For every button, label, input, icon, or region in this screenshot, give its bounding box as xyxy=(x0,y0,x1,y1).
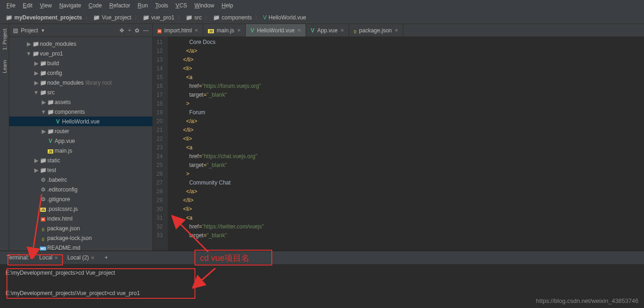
code-line[interactable]: <li> xyxy=(168,135,644,143)
code-line[interactable]: </li> xyxy=(168,196,644,205)
code-line[interactable]: > xyxy=(168,99,644,108)
menu-window[interactable]: Window xyxy=(191,2,218,9)
tree-row[interactable]: Hindex.html xyxy=(9,214,152,223)
code-line[interactable]: </li> xyxy=(168,126,644,135)
breadcrumb-item[interactable]: src xyxy=(184,14,204,21)
tree-row[interactable]: ▶node_modules xyxy=(9,39,152,49)
tree-row[interactable]: JSmain.js xyxy=(9,146,152,155)
tree-row[interactable]: ▶config xyxy=(9,68,152,78)
tree-arrow-icon[interactable]: ▼ xyxy=(33,89,39,96)
menu-code[interactable]: Code xyxy=(85,2,106,9)
code-line[interactable]: Forum xyxy=(168,108,644,117)
terminal-body[interactable]: E:\myDevelopment_projects>cd Vue_project… xyxy=(0,264,644,302)
tree-row[interactable]: VHelloWorld.vue xyxy=(9,117,152,126)
code-line[interactable]: </li> xyxy=(168,55,644,64)
code-line[interactable]: target="_blank" xyxy=(168,161,644,170)
tree-arrow-icon[interactable]: ▶ xyxy=(33,60,39,67)
code-line[interactable]: <a xyxy=(168,214,644,222)
project-tree[interactable]: ▶node_modules▼vue_pro1▶build▶config▶node… xyxy=(9,37,152,251)
tree-row[interactable]: ▶router xyxy=(9,126,152,136)
code-line[interactable]: href="https://chat.vuejs.org" xyxy=(168,152,644,161)
collapse-icon[interactable]: ÷ xyxy=(128,27,131,34)
tree-arrow-icon[interactable]: ▶ xyxy=(26,41,31,47)
tree-row[interactable]: ▶build xyxy=(9,58,152,68)
tree-row[interactable]: ▶node_moduleslibrary root xyxy=(9,78,152,87)
tree-arrow-icon[interactable]: ▶ xyxy=(33,70,39,76)
breadcrumb-item[interactable]: vue_pro1 xyxy=(141,14,176,21)
close-icon[interactable]: ✕ xyxy=(340,28,344,33)
tree-row[interactable]: ▼components xyxy=(9,107,152,117)
close-icon[interactable]: ✕ xyxy=(237,28,241,33)
close-icon[interactable]: ✕ xyxy=(54,255,58,260)
tree-arrow-icon[interactable]: ▶ xyxy=(41,99,46,105)
menu-view[interactable]: View xyxy=(36,2,56,9)
close-icon[interactable]: ✕ xyxy=(297,28,301,33)
code-line[interactable]: target="_blank" xyxy=(168,231,644,240)
code-line[interactable]: target="_blank" xyxy=(168,91,644,99)
tree-row[interactable]: ▼vue_pro1 xyxy=(9,49,152,58)
close-icon[interactable]: ✕ xyxy=(194,28,198,33)
code-line[interactable]: <a xyxy=(168,143,644,152)
code-line[interactable]: href="https://forum.vuejs.org" xyxy=(168,82,644,91)
editor-tab[interactable]: VApp.vue✕ xyxy=(306,24,349,37)
close-icon[interactable]: ✕ xyxy=(91,255,94,260)
tree-row[interactable]: ⚙.babelrc xyxy=(9,175,152,185)
menu-edit[interactable]: Edit xyxy=(19,2,36,9)
menu-tools[interactable]: Tools xyxy=(151,2,172,9)
code-content[interactable]: Core Docs </a> </li> <li> <a href="https… xyxy=(168,37,644,251)
tree-row[interactable]: MDREADME.md xyxy=(9,243,152,251)
gear-icon: ⚙ xyxy=(39,196,47,203)
gear-icon[interactable]: ✿ xyxy=(135,27,139,34)
side-tab-learn[interactable]: Learn xyxy=(1,57,8,76)
editor-tab[interactable]: Himport.html✕ xyxy=(153,24,203,37)
menu-file[interactable]: File xyxy=(3,2,19,9)
code-editor[interactable]: 1112131415161718192021222324252627282930… xyxy=(153,37,644,251)
code-line[interactable]: > xyxy=(168,170,644,179)
code-line[interactable]: Community Chat xyxy=(168,179,644,187)
tree-arrow-icon[interactable]: ▶ xyxy=(33,80,39,86)
tree-row[interactable]: {}package.json xyxy=(9,223,152,233)
code-line[interactable]: Core Docs xyxy=(168,38,644,47)
tree-row[interactable]: VApp.vue xyxy=(9,136,152,146)
editor-tab[interactable]: VHelloWorld.vue✕ xyxy=(246,24,306,37)
close-icon[interactable]: ✕ xyxy=(394,28,398,33)
editor-tab[interactable]: JSmain.js✕ xyxy=(203,24,246,37)
menu-navigate[interactable]: Navigate xyxy=(56,2,85,9)
locate-icon[interactable]: ✥ xyxy=(119,27,124,34)
tree-row[interactable]: ▶static xyxy=(9,155,152,165)
tree-row[interactable]: ▼src xyxy=(9,87,152,97)
breadcrumb-item[interactable]: Vue_project xyxy=(91,14,133,21)
code-line[interactable]: </a> xyxy=(168,47,644,55)
side-tab-project[interactable]: 1: Project xyxy=(1,26,8,53)
tree-arrow-icon[interactable]: ▼ xyxy=(41,109,46,115)
menu-run[interactable]: Run xyxy=(134,2,151,9)
tree-row[interactable]: ⚙.gitignore xyxy=(9,194,152,204)
tree-arrow-icon[interactable]: ▶ xyxy=(33,167,39,173)
tree-row[interactable]: ▶assets xyxy=(9,97,152,107)
tree-arrow-icon[interactable]: ▼ xyxy=(26,50,31,57)
breadcrumb-item[interactable]: components xyxy=(211,14,254,21)
project-panel-title[interactable]: ▤ Project ▼ xyxy=(13,27,45,34)
menu-vcs[interactable]: VCS xyxy=(172,2,191,9)
breadcrumb-item[interactable]: VHelloWorld.vue xyxy=(261,14,308,21)
code-line[interactable]: <li> xyxy=(168,64,644,73)
add-terminal-button[interactable]: + xyxy=(100,253,113,263)
editor-tab[interactable]: {}package.json✕ xyxy=(349,24,403,37)
tree-arrow-icon[interactable]: ▶ xyxy=(41,128,46,135)
code-line[interactable]: </a> xyxy=(168,187,644,196)
code-line[interactable]: </a> xyxy=(168,117,644,126)
tree-row[interactable]: ▶test xyxy=(9,165,152,175)
menu-help[interactable]: Help xyxy=(218,2,237,9)
menu-refactor[interactable]: Refactor xyxy=(106,2,134,9)
terminal-tab[interactable]: Local (2)✕ xyxy=(63,253,99,263)
tree-row[interactable]: ⚙.editorconfig xyxy=(9,185,152,194)
tree-arrow-icon[interactable]: ▶ xyxy=(33,157,39,164)
tree-row[interactable]: {}package-lock.json xyxy=(9,233,152,243)
hide-icon[interactable]: — xyxy=(143,27,149,34)
code-line[interactable]: href="https://twitter.com/vuejs" xyxy=(168,222,644,231)
code-line[interactable]: <a xyxy=(168,73,644,82)
code-line[interactable]: <li> xyxy=(168,205,644,214)
breadcrumb-item[interactable]: myDevelopment_projects xyxy=(4,14,84,21)
tree-row[interactable]: JS.postcssrc.js xyxy=(9,204,152,214)
terminal-tab[interactable]: Local✕ xyxy=(35,253,63,263)
